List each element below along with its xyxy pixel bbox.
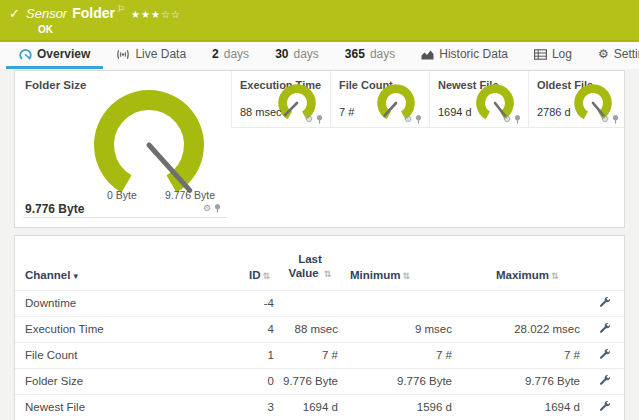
channel-maximum: 28.022 msec <box>456 316 584 342</box>
channel-id: 4 <box>203 316 278 342</box>
divider <box>23 217 227 218</box>
tab-settings[interactable]: ⚙ Settings <box>585 42 639 69</box>
gauge-value: 7 # <box>339 106 354 118</box>
channel-settings-wrench-icon[interactable] <box>599 374 611 386</box>
tab-bar: Overview Live Data 2 days 30 days 365 da… <box>0 42 639 69</box>
channel-table: Channel▾ ID⇅ Last Value ⇅ Minimum⇅ Maxim… <box>15 236 625 420</box>
column-header-channel[interactable]: Channel▾ <box>15 236 203 290</box>
channel-minimum: 1596 d <box>342 394 456 420</box>
channel-minimum: 7 # <box>342 342 456 368</box>
channel-last-value: 9.776 Byte <box>278 368 342 394</box>
sort-icon: ⇅ <box>324 269 332 279</box>
log-icon <box>534 49 547 60</box>
object-kind-label: Sensor <box>26 6 67 21</box>
channel-name: Newest File <box>15 394 203 420</box>
channel-name: Folder Size <box>15 368 203 394</box>
column-header-maximum[interactable]: Maximum⇅ <box>456 236 584 290</box>
tab-historic-data[interactable]: Historic Data <box>408 42 521 69</box>
stars-empty[interactable]: ☆☆ <box>161 9 181 20</box>
pin-icon[interactable] <box>415 115 422 124</box>
channel-row: Newest File 3 1694 d 1596 d 1694 d <box>15 394 625 420</box>
channel-name: File Count <box>15 342 203 368</box>
sort-icon: ⇅ <box>402 271 410 281</box>
channel-id: 3 <box>203 394 278 420</box>
gauge-scale-max: 9.776 Byte <box>155 189 225 201</box>
sort-icon: ⇅ <box>551 271 559 281</box>
channel-table-panel: Channel▾ ID⇅ Last Value ⇅ Minimum⇅ Maxim… <box>14 235 625 420</box>
stars-filled[interactable]: ★★★ <box>131 9 161 20</box>
gauge-value: 2786 d <box>537 106 571 118</box>
column-header-minimum[interactable]: Minimum⇅ <box>342 236 456 290</box>
channel-maximum: 7 # <box>456 342 584 368</box>
channel-gauge-execution-time: Execution Time 88 msec ⚙ <box>231 71 330 128</box>
tab-2-days[interactable]: 2 days <box>199 42 262 69</box>
channel-maximum: 1694 d <box>456 394 584 420</box>
gear-icon[interactable]: ⚙ <box>503 115 511 124</box>
gauge-value: 1694 d <box>438 106 472 118</box>
priority-stars[interactable]: ★★★☆☆ <box>131 9 181 20</box>
gear-icon[interactable]: ⚙ <box>601 115 609 124</box>
channel-last-value: 1694 d <box>278 394 342 420</box>
pin-icon[interactable] <box>514 115 521 124</box>
channel-row: File Count 1 7 # 7 # 7 # <box>15 342 625 368</box>
pin-icon[interactable] <box>316 115 323 124</box>
channel-minimum: 9.776 Byte <box>342 368 456 394</box>
channel-gauge-newest-file: Newest File 1694 d ⚙ <box>429 71 528 128</box>
gauge-scale-min: 0 Byte <box>95 189 149 201</box>
gauge-value: 88 msec <box>240 106 282 118</box>
channel-maximum <box>456 290 584 316</box>
channel-settings-wrench-icon[interactable] <box>599 296 611 308</box>
overview-gauges-panel: Folder Size 0 Byte 9.776 Byte 9.776 Byte… <box>14 70 625 228</box>
channel-row: Downtime -4 <box>15 290 625 316</box>
column-header-id[interactable]: ID⇅ <box>203 236 278 290</box>
gauge-icon <box>19 48 32 61</box>
tab-overview[interactable]: Overview <box>6 42 103 69</box>
channel-last-value: 7 # <box>278 342 342 368</box>
channel-id: -4 <box>203 290 278 316</box>
channel-id: 1 <box>203 342 278 368</box>
gear-icon[interactable]: ⚙ <box>404 115 412 124</box>
main-gauge-section: Folder Size 0 Byte 9.776 Byte 9.776 Byte… <box>15 71 231 227</box>
tab-log[interactable]: Log <box>521 42 585 69</box>
channel-last-value <box>278 290 342 316</box>
gauge-title: Folder Size <box>25 79 86 91</box>
channel-id: 0 <box>203 368 278 394</box>
sensor-title: Folder <box>72 5 115 21</box>
pin-icon[interactable] <box>612 115 619 124</box>
channel-minimum: 9 msec <box>342 316 456 342</box>
sensor-status-badge: OK <box>38 24 53 35</box>
channel-last-value: 88 msec <box>278 316 342 342</box>
historic-data-icon <box>421 49 434 60</box>
channel-settings-wrench-icon[interactable] <box>599 348 611 360</box>
sort-desc-icon: ▾ <box>73 271 78 281</box>
channel-settings-wrench-icon[interactable] <box>599 400 611 412</box>
tab-365-days[interactable]: 365 days <box>332 42 408 69</box>
channel-name: Downtime <box>15 290 203 316</box>
channel-minimum <box>342 290 456 316</box>
channel-gauge-file-count: File Count 7 # ⚙ <box>330 71 429 128</box>
status-ok-check-icon: ✓ <box>9 6 20 21</box>
channel-settings-wrench-icon[interactable] <box>599 322 611 334</box>
channel-name: Execution Time <box>15 316 203 342</box>
channel-row: Execution Time 4 88 msec 9 msec 28.022 m… <box>15 316 625 342</box>
channel-gauge-oldest-file: Oldest File 2786 d ⚙ <box>528 71 626 128</box>
pause-flag-icon[interactable]: ⚐ <box>117 4 125 14</box>
tab-live-data[interactable]: Live Data <box>103 42 199 69</box>
channel-row: Folder Size 0 9.776 Byte 9.776 Byte 9.77… <box>15 368 625 394</box>
gear-icon[interactable]: ⚙ <box>305 115 313 124</box>
gauge-value: 9.776 Byte <box>25 202 84 216</box>
sensor-header: ✓ SensorFolder⚐★★★☆☆ OK <box>0 0 639 42</box>
channel-maximum: 9.776 Byte <box>456 368 584 394</box>
sort-icon: ⇅ <box>262 271 270 281</box>
column-header-last-value[interactable]: Last Value ⇅ <box>278 236 342 290</box>
settings-gear-icon: ⚙ <box>598 47 609 61</box>
column-header-actions <box>584 236 625 290</box>
live-data-icon <box>116 49 130 60</box>
table-header-row: Channel▾ ID⇅ Last Value ⇅ Minimum⇅ Maxim… <box>15 236 625 290</box>
pin-icon[interactable] <box>214 204 221 213</box>
tab-30-days[interactable]: 30 days <box>262 42 332 69</box>
gear-icon[interactable]: ⚙ <box>203 204 211 213</box>
